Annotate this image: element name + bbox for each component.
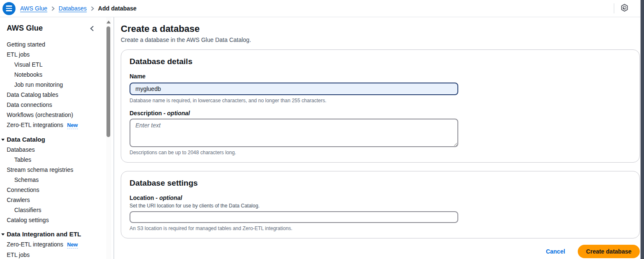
section-label: Data Catalog bbox=[7, 136, 45, 143]
top-navigation-bar: AWS Glue Databases Add database bbox=[0, 0, 644, 17]
sidebar-item-visual-etl[interactable]: Visual ETL bbox=[7, 60, 114, 70]
sidebar-collapse-button[interactable] bbox=[89, 25, 95, 32]
database-settings-heading: Database settings bbox=[130, 178, 631, 188]
sidebar-scrollbar[interactable] bbox=[106, 17, 111, 259]
cancel-button[interactable]: Cancel bbox=[546, 248, 565, 255]
description-label-text: Description bbox=[130, 110, 162, 117]
sidebar-section-data-integration-etl[interactable]: Data Integration and ETL bbox=[1, 229, 114, 239]
sidebar-item-etl-jobs[interactable]: ETL jobs bbox=[7, 49, 114, 60]
sidebar-item-connections[interactable]: Connections bbox=[7, 185, 114, 195]
location-description: Set the URI location for use by clients … bbox=[130, 203, 631, 209]
main-content: Create a database Create a database in t… bbox=[114, 17, 644, 259]
sidebar-item-zero-etl-integrations[interactable]: Zero-ETL integrationsNew bbox=[7, 120, 114, 130]
chevron-left-icon bbox=[90, 26, 94, 31]
sidebar-title: AWS Glue bbox=[7, 24, 89, 33]
chevron-right-icon bbox=[51, 6, 55, 11]
sidebar-item-crawlers[interactable]: Crawlers bbox=[7, 195, 114, 205]
location-input[interactable] bbox=[130, 211, 458, 223]
new-badge: New bbox=[67, 122, 78, 129]
sidebar-item-schemas[interactable]: Schemas bbox=[7, 175, 114, 185]
optional-suffix: - optional bbox=[164, 110, 190, 117]
sidebar-item-data-catalog-tables[interactable]: Data Catalog tables bbox=[7, 90, 114, 100]
sidebar-item-classifiers[interactable]: Classifiers bbox=[7, 205, 114, 215]
amazon-q-button[interactable] bbox=[620, 3, 629, 13]
breadcrumb-databases-link[interactable]: Databases bbox=[59, 5, 87, 12]
location-constraint-text: An S3 location is required for managed t… bbox=[130, 225, 631, 231]
chevron-right-icon bbox=[91, 6, 94, 11]
hexagon-assistant-icon bbox=[620, 3, 629, 13]
vertical-divider bbox=[614, 3, 614, 13]
hamburger-menu-button[interactable] bbox=[2, 1, 16, 16]
database-details-heading: Database details bbox=[130, 57, 631, 67]
breadcrumb: AWS Glue Databases Add database bbox=[20, 5, 137, 12]
sidebar-item-etl-jobs-2[interactable]: ETL jobs bbox=[7, 250, 114, 259]
create-database-button[interactable]: Create database bbox=[578, 245, 640, 258]
sidebar-item-zero-etl-integrations-2[interactable]: Zero-ETL integrationsNew bbox=[7, 239, 114, 250]
scrollbar-up-arrow-icon[interactable] bbox=[106, 21, 111, 23]
page-scrollbar[interactable] bbox=[640, 0, 644, 259]
sidebar-section-data-catalog[interactable]: Data Catalog bbox=[1, 135, 114, 145]
page-title: Create a database bbox=[121, 23, 640, 34]
sidebar-item-notebooks[interactable]: Notebooks bbox=[7, 70, 114, 80]
sidebar-item-label: Zero-ETL integrations bbox=[7, 241, 63, 248]
sidebar-item-stream-schema-registries[interactable]: Stream schema registries bbox=[7, 165, 114, 175]
section-label: Data Integration and ETL bbox=[7, 231, 81, 238]
database-details-card: Database details Name Database name is r… bbox=[121, 49, 640, 163]
sidebar-item-tables[interactable]: Tables bbox=[7, 155, 114, 165]
sidebar-item-data-connections[interactable]: Data connections bbox=[7, 100, 114, 110]
form-actions: Cancel Create database bbox=[121, 245, 640, 258]
triangle-down-icon bbox=[1, 139, 5, 141]
sidebar-item-catalog-settings[interactable]: Catalog settings bbox=[7, 215, 114, 225]
sidebar-nav-list: Getting started ETL jobs Visual ETL Note… bbox=[0, 39, 114, 259]
name-label: Name bbox=[130, 73, 631, 80]
name-input[interactable] bbox=[130, 83, 458, 95]
page-subtitle: Create a database in the AWS Glue Data C… bbox=[121, 36, 640, 44]
database-settings-card: Database settings Location- optional Set… bbox=[121, 171, 640, 238]
optional-suffix: - optional bbox=[156, 194, 182, 201]
breadcrumb-aws-glue-link[interactable]: AWS Glue bbox=[20, 5, 47, 12]
description-constraint-text: Descriptions can be up to 2048 character… bbox=[130, 150, 631, 155]
location-label-text: Location bbox=[130, 194, 154, 201]
description-label: Description- optional bbox=[130, 109, 631, 117]
sidebar-item-label: Zero-ETL integrations bbox=[7, 122, 63, 128]
triangle-down-icon bbox=[1, 233, 5, 236]
name-constraint-text: Database name is required, in lowercase … bbox=[130, 98, 631, 104]
new-badge: New bbox=[67, 242, 78, 249]
sidebar-item-job-run-monitoring[interactable]: Job run monitoring bbox=[7, 80, 114, 90]
breadcrumb-current-page: Add database bbox=[98, 5, 137, 12]
sidebar-item-workflows[interactable]: Workflows (orchestration) bbox=[7, 110, 114, 120]
description-textarea[interactable] bbox=[130, 119, 458, 147]
sidebar-item-databases[interactable]: Databases bbox=[7, 145, 114, 155]
location-label: Location- optional bbox=[130, 194, 631, 202]
hamburger-menu-icon bbox=[3, 2, 16, 15]
sidebar-item-getting-started[interactable]: Getting started bbox=[7, 39, 114, 49]
scrollbar-thumb[interactable] bbox=[106, 26, 110, 137]
side-navigation: AWS Glue Getting started ETL jobs Visual… bbox=[0, 17, 114, 259]
